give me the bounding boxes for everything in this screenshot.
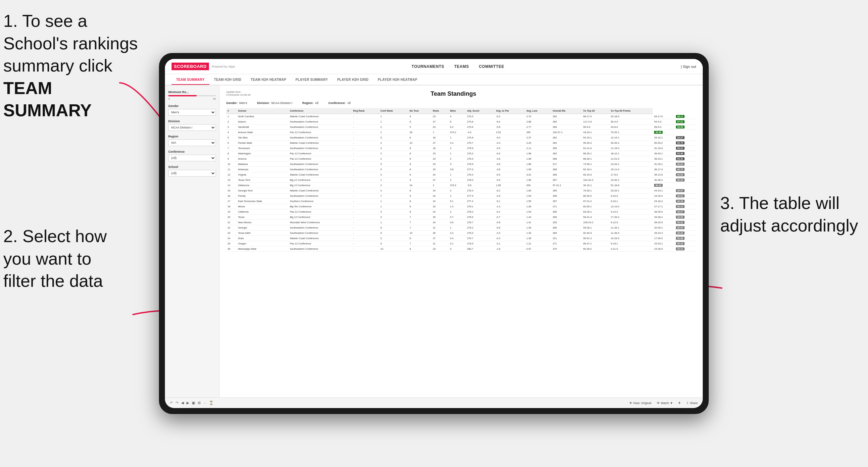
main-nav: TOURNAMENTS TEAMS COMMITTEE [412,64,504,69]
division-select[interactable]: NCAA Division I [168,124,216,131]
forward-icon[interactable]: ▶ [186,401,189,405]
step3-line1: 3. The table will [720,193,839,213]
table-row: 8WashingtonPac-12 Conference-28231276.3-… [226,151,696,156]
table-row: 12VirginiaAtlantic Coast Conference-3824… [226,172,696,178]
update-time: Update time: 27/03/2024 16:56:26 [226,90,250,96]
school-select[interactable]: (All) [168,170,216,177]
col-rnds: Rnds [432,108,449,114]
table-row: 23Texas A&MSoutheastern Conference-91030… [226,230,696,236]
tab-team-h2h-heatmap[interactable]: TEAM H2H HEATMAP [246,75,291,85]
table-header-row: # School Conference Reg Rank Conf Rank N… [226,108,696,114]
nav-committee[interactable]: COMMITTEE [479,64,504,69]
grid-icon[interactable]: ⊞ [198,401,201,405]
table-row: 4Arizona StatePac-12 Conference-1261274.… [226,130,696,135]
nav-teams[interactable]: TEAMS [454,64,469,69]
toolbar-left: ↶ ↷ ◀ ▶ ▣ ⊞ ··· ⏳ [170,401,214,405]
col-vs-top50: Vs Top 50 Points [609,108,653,114]
view-original-button[interactable]: 👁 View: Original [629,401,651,405]
gender-select[interactable]: Men's [168,109,216,116]
school-section: School (All) [168,165,216,177]
col-adj-score: Adj. Score [466,108,495,114]
table-body: 1North CarolinaAtlantic Coast Conference… [226,114,696,252]
col-no-tour: No Tour [408,108,432,114]
logo-area: SCOREBOARD Powered by clippi [172,63,235,70]
tablet-device: SCOREBOARD Powered by clippi TOURNAMENTS… [159,53,709,414]
step2-line3: filter the data [3,271,103,290]
table-row: 20TexasBig 12 Conference-37200.7278.6-0.… [226,215,696,220]
table-row: 13Texas TechBig 12 Conference-19272276.0… [226,178,696,183]
step2-line2: you want to [3,249,91,268]
dots-icon[interactable]: ··· [203,401,206,405]
table-row: 10AlabamaSoutheastern Conference-5823327… [226,162,696,167]
table-row: 15Georgia TechAtlantic Coast Conference-… [226,188,696,193]
col-school: School [237,108,289,114]
division-filter-display: Division: NCAA Division I [257,101,292,105]
table-row: 19CaliforniaPac-12 Conference-48242278.2… [226,209,696,215]
sign-out-button[interactable]: | Sign out [681,65,696,68]
tablet-screen: SCOREBOARD Powered by clippi TOURNAMENTS… [165,59,703,408]
nav-tournaments[interactable]: TOURNAMENTS [412,64,444,69]
instruction-step3: 3. The table will adjust accordingly [720,192,858,237]
table-row: 24DukeAtlantic Coast Conference-59270.42… [226,236,696,241]
table-row: 11ArkansasSoutheastern Conference-68233.… [226,167,696,172]
min-rank-section: Minimum Ro... 4 30 [168,90,216,100]
copy-icon[interactable]: ▣ [192,401,195,405]
col-avg-par: Avg. to Par [495,108,525,114]
resize-icon[interactable]: ✟ [678,401,681,405]
filter-display-row: Gender: Men's Division: NCAA Division I … [226,101,696,105]
table-row: 21New MexicoMountain West Conference-172… [226,220,696,225]
tab-player-h2h-grid[interactable]: PLAYER H2H GRID [333,75,373,85]
tab-team-summary[interactable]: TEAM SUMMARY [172,75,209,85]
table-row: 22GeorgiaSoutheastern Conference-8721127… [226,225,696,230]
region-select[interactable]: N/A [168,139,216,146]
region-label: Region [168,135,216,138]
table-row: 14OklahomaBig 12 Conference-2242276.3-5.… [226,183,696,188]
table-header-section: Update time: 27/03/2024 16:56:26 Team St… [226,90,696,97]
standings-table: # School Conference Reg Rank Conf Rank N… [226,108,696,252]
undo-icon[interactable]: ↶ [170,401,173,405]
main-content: Minimum Ro... 4 30 Gender Men's [165,86,703,398]
col-reg-rank: Reg Rank [352,108,379,114]
filter-sidebar: Minimum Ro... 4 30 Gender Men's [165,86,220,398]
conference-label: Conference [168,150,216,153]
share-button[interactable]: ⇧ Share [686,401,698,405]
col-wins: Wins [449,108,466,114]
region-filter-display: Region: All [302,101,318,105]
slider-values: 4 30 [168,97,216,100]
rank-slider[interactable] [168,95,216,96]
table-row: 3VanderbiltSoutheastern Conference-25236… [226,125,696,130]
table-title: Team Standings [250,90,656,97]
clock-icon[interactable]: ⏳ [209,401,214,405]
step3-line2: adjust accordingly [720,216,858,235]
table-row: 25OregonPac-12 Conference-97210.1279.5-3… [226,241,696,246]
tab-player-h2h-heatmap[interactable]: PLAYER H2H HEATMAP [373,75,422,85]
table-row: 2AuburnSoutheastern Conference-19276273.… [226,119,696,125]
redo-icon[interactable]: ↷ [176,401,179,405]
watch-button[interactable]: 👁 Watch ▼ [657,401,673,405]
col-overall: Overall Rd. [551,108,582,114]
conference-select[interactable]: (All) [168,155,216,161]
step1-bold: TEAM SUMMARY [3,79,92,120]
tab-player-summary[interactable]: PLAYER SUMMARY [291,75,333,85]
table-row: 26Mississippi StateSoutheastern Conferen… [226,246,696,252]
logo-subtitle: Powered by clippi [212,65,235,68]
table-row: 17East Tennessee StateSouthern Conferenc… [226,199,696,204]
instruction-step2: 2. Select how you want to filter the dat… [3,225,106,292]
col-avg-low: Avg. Low [525,108,551,114]
bottom-toolbar: ↶ ↷ ◀ ▶ ▣ ⊞ ··· ⏳ 👁 View: Original 👁 Wat… [165,398,703,408]
table-area: Update time: 27/03/2024 16:56:26 Team St… [220,86,703,398]
table-row: 18IllinoisBig Ten Conference-19231.4279.… [226,204,696,209]
conference-filter-display: Conference: All [328,101,351,105]
col-conference: Conference [288,108,352,114]
table-row: 5Ole MissSoutheastern Conference-3618127… [226,135,696,141]
back-icon[interactable]: ◀ [181,401,184,405]
gender-filter-display: Gender: Men's [226,101,247,105]
conference-section: Conference (All) [168,150,216,161]
tab-team-h2h-grid[interactable]: TEAM H2H GRID [209,75,246,85]
sub-nav: TEAM SUMMARY TEAM H2H GRID TEAM H2H HEAT… [165,74,703,86]
table-row: 16FloridaSoutheastern Conference-7924227… [226,193,696,199]
toolbar-right: 👁 View: Original 👁 Watch ▼ ✟ ⇧ Share [629,401,698,405]
step2-line1: 2. Select how [3,226,106,246]
division-section: Division NCAA Division I [168,120,216,131]
col-conf-rank: Conf Rank [379,108,408,114]
